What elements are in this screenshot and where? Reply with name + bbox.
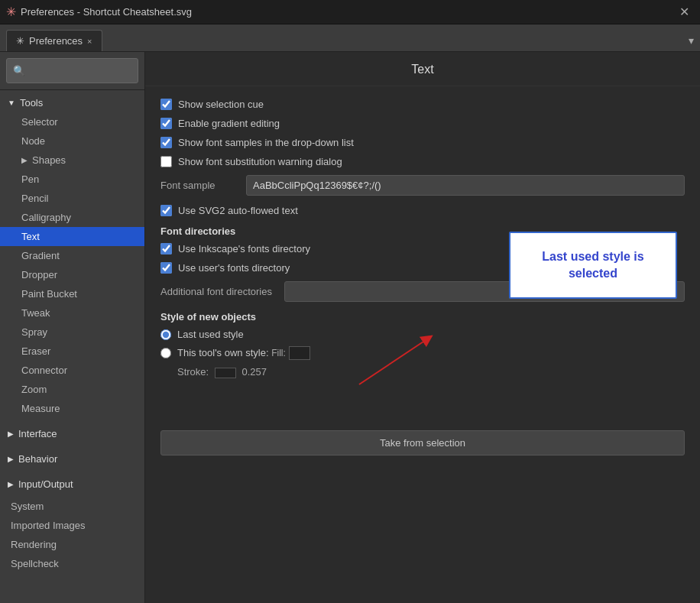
titlebar: ✳ Preferences - Shortcut Cheatsheet.svg … <box>0 0 700 24</box>
shapes-arrow: ▶ <box>21 156 28 164</box>
sidebar-item-paint-bucket[interactable]: Paint Bucket <box>0 284 144 303</box>
enable-gradient-label[interactable]: Enable gradient editing <box>178 118 280 129</box>
show-font-substitution-label[interactable]: Show font substitution warning dialog <box>178 156 342 167</box>
checkbox-show-selection-cue: Show selection cue <box>160 99 685 110</box>
font-sample-input[interactable] <box>246 175 685 196</box>
last-used-style-label[interactable]: Last used style <box>177 329 244 340</box>
sidebar-group-tools[interactable]: ▼ Tools <box>0 93 144 112</box>
tools-label: Tools <box>20 97 43 109</box>
use-svg2-label[interactable]: Use SVG2 auto-flowed text <box>178 205 298 216</box>
titlebar-title: Preferences - Shortcut Cheatsheet.svg <box>21 6 192 18</box>
stroke-swatch <box>215 368 236 378</box>
inkscape-fonts-dir-checkbox[interactable] <box>160 243 172 254</box>
user-fonts-dir-label[interactable]: Use user's fonts directory <box>178 262 290 274</box>
checkbox-use-svg2: Use SVG2 auto-flowed text <box>160 205 685 216</box>
sidebar-item-spellcheck[interactable]: Spellcheck <box>0 554 144 573</box>
sidebar-item-gradient[interactable]: Gradient <box>0 246 144 265</box>
sidebar-group-inputoutput[interactable]: ▶ Input/Output <box>0 475 144 494</box>
close-button[interactable]: ✕ <box>675 3 694 21</box>
app-icon: ✳ <box>6 5 16 19</box>
tab-icon: ✳ <box>16 35 24 47</box>
fill-swatch <box>289 346 310 360</box>
sidebar-item-measure[interactable]: Measure <box>0 399 144 418</box>
sidebar-item-text[interactable]: Text <box>0 227 144 246</box>
use-svg2-checkbox[interactable] <box>160 205 172 216</box>
last-used-style-radio[interactable] <box>160 329 171 340</box>
take-from-selection-button[interactable]: Take from selection <box>160 430 685 455</box>
sidebar-item-pencil[interactable]: Pencil <box>0 189 144 208</box>
sidebar-item-tweak[interactable]: Tweak <box>0 303 144 323</box>
interface-label: Interface <box>18 428 57 439</box>
font-sample-label: Font sample <box>160 180 237 191</box>
preferences-tab[interactable]: ✳ Preferences × <box>6 30 102 51</box>
behavior-arrow: ▶ <box>8 455 14 463</box>
callout-box: Last used style is selected <box>509 232 677 300</box>
search-wrapper[interactable]: 🔍 <box>6 58 138 83</box>
tools-expand-arrow: ▼ <box>8 99 15 107</box>
style-new-objects-area: Style of new objects Last used style Thi… <box>160 311 685 455</box>
behavior-label: Behavior <box>18 453 57 465</box>
fill-swatch-container: Fill: <box>271 346 310 360</box>
content-body: Show selection cue Enable gradient editi… <box>145 86 700 468</box>
sidebar-item-imported-images[interactable]: Imported Images <box>0 516 144 535</box>
content-area: Text Show selection cue Enable gradient … <box>145 52 700 603</box>
sidebar-item-shapes[interactable]: ▶ Shapes <box>0 151 144 170</box>
checkbox-enable-gradient: Enable gradient editing <box>160 118 685 129</box>
callout-text: Last used style is selected <box>542 250 643 280</box>
sidebar: 🔍 ▼ Tools Selector Node ▶ Shapes Pen Pen… <box>0 52 145 603</box>
stroke-label: Stroke: <box>177 366 209 378</box>
checkbox-show-font-substitution: Show font substitution warning dialog <box>160 156 685 167</box>
tools-own-style-label: This tool's own style: Fill: <box>177 346 310 360</box>
sidebar-item-selector[interactable]: Selector <box>0 112 144 131</box>
sidebar-section-interface: ▶ Interface <box>0 421 144 446</box>
enable-gradient-checkbox[interactable] <box>160 118 172 129</box>
search-box: 🔍 <box>0 52 144 90</box>
sidebar-item-spray[interactable]: Spray <box>0 323 144 342</box>
sidebar-item-calligraphy[interactable]: Calligraphy <box>0 208 144 227</box>
tools-own-style-radio[interactable] <box>160 348 171 358</box>
user-fonts-dir-checkbox[interactable] <box>160 262 172 274</box>
sidebar-item-pen[interactable]: Pen <box>0 170 144 189</box>
interface-arrow: ▶ <box>8 430 14 438</box>
tabbar-dropdown-icon[interactable]: ▾ <box>689 34 694 51</box>
checkbox-show-font-samples: Show font samples in the drop-down list <box>160 137 685 148</box>
sidebar-section-tools: ▼ Tools Selector Node ▶ Shapes Pen Penci… <box>0 90 144 421</box>
stroke-row: Stroke: 0.257 <box>160 366 685 378</box>
additional-font-dir-label: Additional font directories <box>160 286 275 297</box>
search-input[interactable] <box>30 62 131 79</box>
sidebar-section-inputoutput: ▶ Input/Output <box>0 472 144 497</box>
sidebar-item-connector[interactable]: Connector <box>0 361 144 380</box>
inkscape-fonts-dir-label[interactable]: Use Inkscape's fonts directory <box>178 243 310 254</box>
inputoutput-arrow: ▶ <box>8 480 14 488</box>
sidebar-group-behavior[interactable]: ▶ Behavior <box>0 449 144 468</box>
sidebar-item-eraser[interactable]: Eraser <box>0 342 144 361</box>
sidebar-item-dropper[interactable]: Dropper <box>0 265 144 284</box>
fill-label: Fill: <box>271 348 286 358</box>
show-font-samples-checkbox[interactable] <box>160 137 172 148</box>
sidebar-group-interface[interactable]: ▶ Interface <box>0 424 144 443</box>
show-selection-cue-checkbox[interactable] <box>160 99 172 110</box>
tab-label: Preferences <box>29 35 83 47</box>
radio-last-used-style: Last used style <box>160 329 685 340</box>
font-sample-row: Font sample <box>160 175 685 196</box>
style-new-objects-header: Style of new objects <box>160 311 685 323</box>
search-icon: 🔍 <box>13 65 25 76</box>
sidebar-item-node[interactable]: Node <box>0 131 144 151</box>
sidebar-section-behavior: ▶ Behavior <box>0 446 144 472</box>
sidebar-item-rendering[interactable]: Rendering <box>0 535 144 554</box>
main-layout: 🔍 ▼ Tools Selector Node ▶ Shapes Pen Pen… <box>0 52 700 603</box>
show-font-substitution-checkbox[interactable] <box>160 156 172 167</box>
stroke-value: 0.257 <box>241 366 267 378</box>
sidebar-item-zoom[interactable]: Zoom <box>0 380 144 399</box>
content-title: Text <box>145 52 700 86</box>
titlebar-left: ✳ Preferences - Shortcut Cheatsheet.svg <box>6 5 192 19</box>
tab-close-icon[interactable]: × <box>87 37 92 46</box>
show-font-samples-label[interactable]: Show font samples in the drop-down list <box>178 137 354 148</box>
tabbar: ✳ Preferences × ▾ <box>0 24 700 52</box>
sidebar-item-system[interactable]: System <box>0 497 144 516</box>
show-selection-cue-label[interactable]: Show selection cue <box>178 99 264 110</box>
radio-tools-own-style: This tool's own style: Fill: <box>160 346 685 360</box>
inputoutput-label: Input/Output <box>18 478 73 490</box>
